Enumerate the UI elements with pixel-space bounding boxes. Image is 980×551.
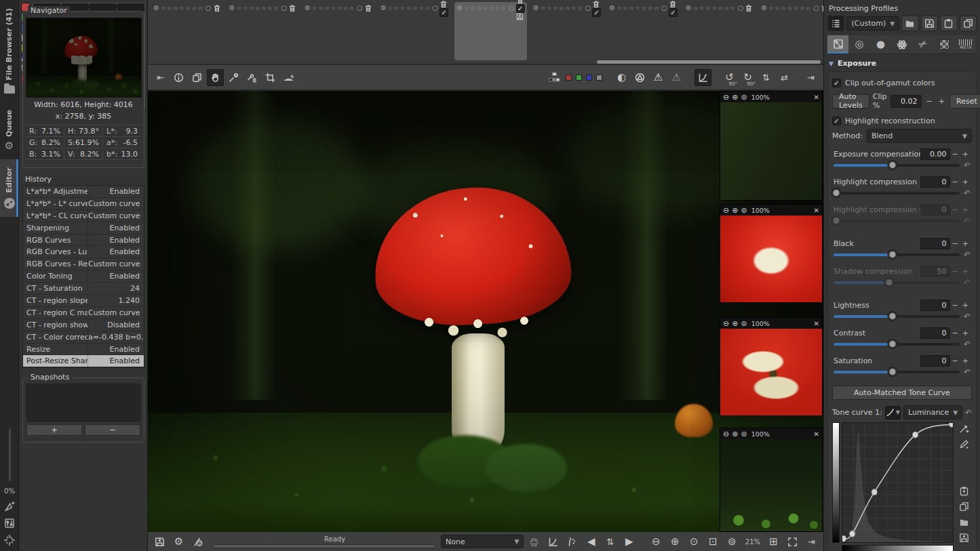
color-picker-icon[interactable] bbox=[225, 69, 242, 86]
pencil-edit-icon[interactable] bbox=[959, 439, 969, 449]
reset-icon[interactable]: ↶ bbox=[964, 250, 971, 260]
paste-curve-icon[interactable] bbox=[959, 486, 969, 496]
detail-window-view[interactable] bbox=[720, 439, 822, 531]
save-image-icon[interactable] bbox=[151, 533, 168, 550]
trash-icon[interactable] bbox=[288, 4, 296, 12]
curve-plot[interactable] bbox=[842, 422, 954, 543]
history-item[interactable]: RGB Curves Enabled bbox=[23, 234, 144, 247]
rating-stars[interactable]: ☆☆☆☆☆☆☆ bbox=[237, 5, 280, 12]
tab-detail[interactable]: ◎ bbox=[848, 35, 869, 54]
tab-color[interactable]: ● bbox=[870, 35, 891, 54]
filmstrip-thumbnail[interactable]: ⚙ ☆☆☆☆☆☆☆ ○ ✓ bbox=[378, 2, 451, 60]
green-preview-swatch[interactable] bbox=[576, 75, 582, 81]
slider-value[interactable]: 0 bbox=[920, 327, 950, 339]
profile-select[interactable]: (Custom) ▼ bbox=[846, 16, 899, 30]
profile-applied-icon[interactable]: ⚙ bbox=[305, 5, 311, 12]
close-icon[interactable]: ✕ bbox=[814, 320, 819, 327]
profile-applied-icon[interactable]: ⚙ bbox=[686, 5, 692, 12]
slider-value[interactable]: 0 bbox=[920, 300, 950, 311]
slider-track[interactable] bbox=[834, 164, 960, 167]
tab-editor[interactable]: Editor bbox=[0, 159, 18, 216]
zoom-in-icon[interactable]: ⊕ bbox=[732, 94, 738, 101]
filmstrip-thumbnail[interactable]: ⚙ ☆☆☆☆☆☆☆ ○ bbox=[684, 2, 756, 60]
slider-track[interactable] bbox=[834, 371, 960, 373]
decrement-button[interactable]: − bbox=[950, 178, 960, 186]
history-item[interactable]: CT - region show ... Disabled bbox=[23, 319, 144, 331]
profile-applied-icon[interactable]: ⚙ bbox=[229, 5, 235, 12]
next-image-icon[interactable]: ▶ bbox=[621, 533, 638, 550]
decrement-button[interactable]: − bbox=[950, 356, 960, 365]
filmstrip-thumbnail[interactable]: ⚙ ☆☆☆☆☆☆☆ ○ bbox=[151, 2, 223, 60]
save-profile-icon[interactable] bbox=[921, 16, 938, 31]
history-item[interactable]: CT - region C mask Custom curve bbox=[23, 307, 144, 319]
trash-icon[interactable]: ✓ bbox=[592, 0, 601, 17]
history-item[interactable]: RGB Curves - Red Custom curve bbox=[23, 258, 144, 270]
crop-tool-icon[interactable] bbox=[262, 69, 279, 86]
increment-button[interactable]: + bbox=[960, 301, 971, 310]
reset-icon[interactable]: ↶ bbox=[964, 312, 971, 321]
exposure-expander[interactable]: ▼ Exposure bbox=[829, 59, 977, 68]
clip-increment-button[interactable]: + bbox=[937, 97, 946, 106]
zoom-100-icon[interactable]: ⊚ bbox=[741, 207, 747, 214]
slider-value[interactable]: 0 bbox=[920, 355, 950, 367]
zoom-in-icon[interactable]: ⊕ bbox=[732, 320, 738, 327]
color-label-icon[interactable]: ○ bbox=[661, 5, 667, 12]
auto-matched-tone-curve-button[interactable]: Auto-Matched Tone Curve bbox=[832, 386, 972, 400]
curve1-mode-select[interactable]: Luminance ▼ bbox=[903, 405, 962, 420]
increment-button[interactable]: + bbox=[960, 239, 971, 248]
highlight-reconstruction-checkbox[interactable]: ✓ Highlight reconstruction bbox=[832, 114, 972, 127]
color-picker-marks-icon[interactable] bbox=[564, 533, 581, 550]
profile-applied-icon[interactable]: ⚙ bbox=[609, 5, 615, 12]
history-item[interactable]: Color Toning Enabled bbox=[23, 270, 144, 283]
rotate-left-90-icon[interactable]: ↺90° bbox=[721, 69, 738, 86]
zoom-100-icon[interactable]: ⊚ bbox=[741, 430, 747, 438]
center-view-icon[interactable] bbox=[4, 535, 15, 546]
curve-type-button[interactable]: ▼ bbox=[885, 406, 901, 420]
increment-button[interactable]: + bbox=[960, 150, 971, 159]
filmstrip-scrollbar[interactable] bbox=[597, 60, 821, 64]
rating-stars[interactable]: ☆☆☆☆☆☆☆ bbox=[693, 5, 737, 12]
profile-applied-icon[interactable]: ⚙ bbox=[533, 5, 539, 12]
reset-icon[interactable]: ↶ bbox=[965, 408, 972, 417]
clip-decrement-button[interactable]: − bbox=[925, 97, 934, 106]
tab-queue[interactable]: Queue ⚙ bbox=[0, 102, 18, 160]
remove-snapshot-button[interactable]: − bbox=[85, 424, 140, 436]
fullscreen-icon[interactable] bbox=[784, 533, 801, 550]
decrement-button[interactable]: − bbox=[950, 301, 960, 310]
slider-track[interactable] bbox=[834, 343, 960, 346]
tab-transform[interactable]: ✂ bbox=[913, 35, 934, 54]
navigator-preview[interactable] bbox=[26, 18, 142, 98]
rotate-right-90-icon[interactable]: ↻90° bbox=[739, 69, 756, 86]
output-profile-select[interactable]: None ▼ bbox=[441, 535, 524, 548]
rating-stars[interactable]: ☆☆☆☆☆☆☆ bbox=[768, 5, 812, 12]
zoom-out-icon[interactable]: ⊖ bbox=[648, 533, 665, 550]
zoom-in-icon[interactable]: ⊕ bbox=[732, 430, 738, 438]
soft-proofing-icon[interactable] bbox=[526, 533, 543, 550]
color-label-icon[interactable]: ○ bbox=[205, 5, 212, 12]
close-icon[interactable]: ✕ bbox=[814, 94, 819, 101]
dock-left-panel-icon[interactable]: ⇤ bbox=[152, 69, 169, 86]
profile-applied-icon[interactable]: ⚙ bbox=[761, 5, 767, 12]
adjuster-panel-icon[interactable] bbox=[4, 518, 15, 529]
zoom-out-icon[interactable]: ⊖ bbox=[723, 430, 729, 438]
flip-vertical-icon[interactable]: ⇅ bbox=[758, 69, 775, 86]
history-item[interactable]: RGB Curves - Lum... Enabled bbox=[23, 246, 144, 258]
load-curve-icon[interactable] bbox=[959, 517, 969, 527]
slider-track[interactable] bbox=[834, 315, 960, 318]
slider-value[interactable]: 50 bbox=[920, 266, 950, 277]
filmstrip-thumbnail[interactable]: ⚙ ☆☆☆☆☆☆☆ ○ bbox=[302, 2, 374, 60]
history-item[interactable]: Post-Resize Sharp... Enabled bbox=[23, 355, 144, 367]
dock-right-panel-icon[interactable]: ⇥ bbox=[803, 533, 820, 550]
red-preview-swatch[interactable] bbox=[566, 75, 572, 81]
history-item[interactable]: L*a*b* - CL curve Custom curve bbox=[23, 210, 144, 222]
trash-icon[interactable] bbox=[213, 4, 221, 12]
history-item[interactable]: CT - Saturation 24 bbox=[23, 283, 144, 295]
history-item[interactable]: CT - Color correct... a=-0.438 b=0.411 bbox=[23, 331, 144, 344]
dock-right-panel-icon[interactable]: ⇥ bbox=[802, 69, 819, 86]
history-item[interactable]: CT - region slope 1.240 bbox=[23, 295, 144, 307]
shadow-clip-icon[interactable]: ⚠ bbox=[650, 69, 667, 86]
detail-window-view[interactable] bbox=[720, 102, 822, 200]
history-item[interactable]: L*a*b* Adjustme... Enabled bbox=[23, 186, 144, 198]
detail-window[interactable]: ⊖ ⊕ ⊚ 100% ✕ bbox=[720, 91, 823, 201]
zoom-out-icon[interactable]: ⊖ bbox=[723, 94, 729, 101]
